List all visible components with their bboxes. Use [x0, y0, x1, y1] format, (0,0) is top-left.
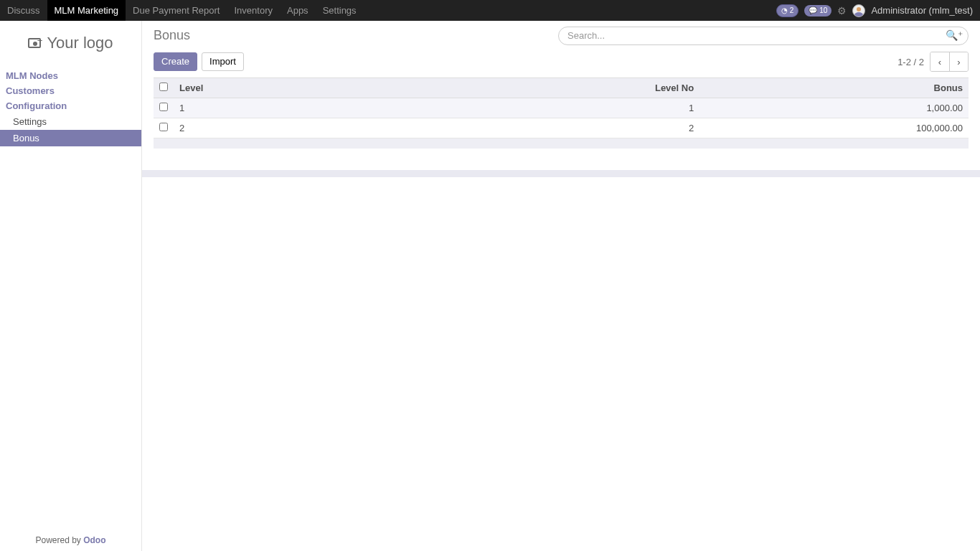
navbar-right: ◔ 2 💬 10 ⚙ Administrator (mlm_test) [776, 0, 980, 21]
user-label[interactable]: Administrator (mlm_test) [871, 5, 973, 16]
messages-count: 10 [819, 6, 827, 16]
sidebar-sub-settings[interactable]: Settings [0, 113, 141, 130]
chat-icon: 💬 [809, 6, 817, 16]
activity-badge[interactable]: ◔ 2 [776, 4, 799, 17]
top-navbar: Discuss MLM Marketing Due Payment Report… [0, 0, 980, 21]
col-level-no[interactable]: Level No [430, 78, 699, 98]
table-row[interactable]: 1 1 1,000.00 [154, 98, 969, 118]
pager: 1-2 / 2 ‹ › [897, 52, 969, 72]
nav-mlm-marketing[interactable]: MLM Marketing [47, 0, 126, 21]
create-button[interactable]: Create [154, 52, 197, 71]
cell-bonus: 1,000.00 [699, 98, 969, 118]
navbar-menu: Discuss MLM Marketing Due Payment Report… [0, 0, 364, 21]
table-row[interactable]: 2 2 100,000.00 [154, 118, 969, 138]
sidebar-sub-bonus[interactable]: Bonus [0, 130, 141, 146]
control-panel: Bonus 🔍⁺ Create Import 1-2 / 2 ‹ › [142, 21, 980, 77]
search-input[interactable] [558, 27, 969, 45]
footer-brand[interactable]: Odoo [83, 535, 105, 545]
clock-icon: ◔ [781, 6, 788, 16]
debug-icon[interactable]: ⚙ [837, 5, 847, 17]
sidebar-link-configuration[interactable]: Configuration [0, 98, 141, 113]
cell-level: 1 [174, 98, 430, 118]
nav-settings[interactable]: Settings [316, 0, 364, 21]
separator-strip [142, 170, 980, 177]
footer-prefix: Powered by [35, 535, 83, 545]
nav-discuss[interactable]: Discuss [0, 0, 47, 21]
pager-next-button[interactable]: › [949, 52, 968, 71]
nav-apps[interactable]: Apps [280, 0, 316, 21]
table-footer-strip [154, 138, 969, 149]
main: Bonus 🔍⁺ Create Import 1-2 / 2 ‹ › [142, 21, 980, 551]
sidebar-link-customers[interactable]: Customers [0, 83, 141, 98]
nav-inventory[interactable]: Inventory [227, 0, 280, 21]
cell-level-no: 1 [430, 98, 699, 118]
row-checkbox[interactable] [159, 123, 168, 131]
cell-bonus: 100,000.00 [699, 118, 969, 138]
import-button[interactable]: Import [202, 52, 244, 71]
chevron-left-icon: ‹ [938, 57, 941, 67]
col-bonus[interactable]: Bonus [699, 78, 969, 98]
col-checkbox [154, 78, 174, 98]
sidebar: Your logo MLM Nodes Customers Configurat… [0, 21, 142, 551]
row-checkbox[interactable] [159, 103, 168, 111]
cell-level-no: 2 [430, 118, 699, 138]
camera-icon [28, 38, 41, 48]
search-zoom-icon[interactable]: 🔍⁺ [946, 29, 963, 41]
avatar[interactable] [852, 4, 865, 17]
pager-text: 1-2 / 2 [897, 57, 924, 67]
table-area: Level Level No Bonus 1 1 1,000.00 2 [142, 77, 980, 138]
pager-prev-button[interactable]: ‹ [930, 52, 949, 71]
logo-text: Your logo [47, 34, 113, 52]
activity-count: 2 [790, 6, 794, 16]
col-level[interactable]: Level [174, 78, 430, 98]
list-table: Level Level No Bonus 1 1 1,000.00 2 [154, 77, 969, 138]
breadcrumb: Bonus [154, 25, 190, 46]
messages-badge[interactable]: 💬 10 [804, 5, 831, 17]
chevron-right-icon: › [957, 57, 960, 67]
sidebar-footer: Powered by Odoo [0, 531, 141, 551]
cell-level: 2 [174, 118, 430, 138]
search-wrap: 🔍⁺ [558, 27, 969, 45]
logo: Your logo [0, 21, 141, 65]
nav-due-payment-report[interactable]: Due Payment Report [126, 0, 227, 21]
select-all-checkbox[interactable] [159, 83, 168, 91]
sidebar-link-mlm-nodes[interactable]: MLM Nodes [0, 68, 141, 83]
